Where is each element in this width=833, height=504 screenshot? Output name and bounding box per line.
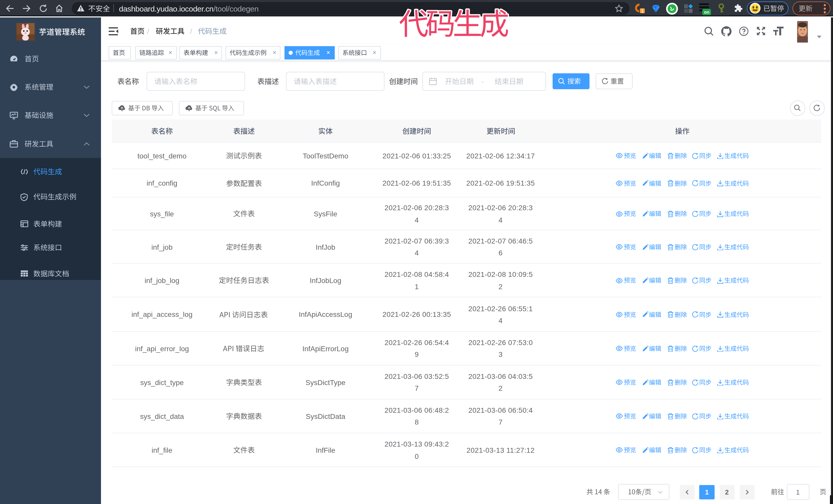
svg-text:1: 1	[641, 8, 644, 14]
svg-text:on: on	[704, 10, 710, 15]
